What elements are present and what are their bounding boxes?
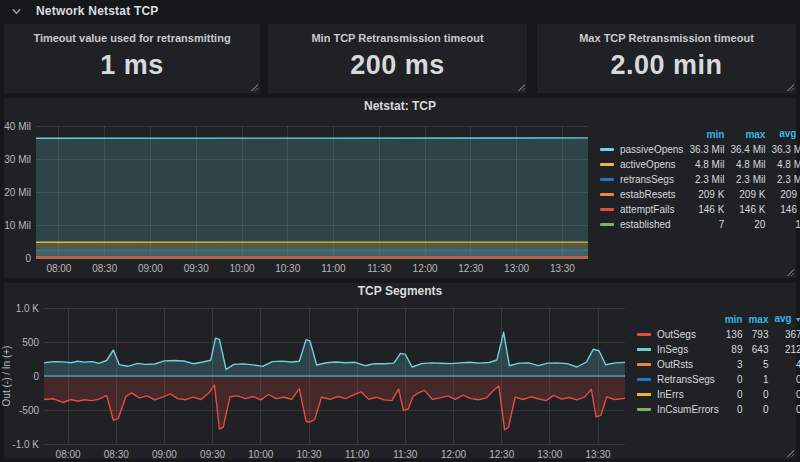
legend-row: estabResets209 K209 K209 K	[594, 187, 800, 202]
legend-column-avg[interactable]: avg▼	[768, 311, 800, 327]
series-color-icon	[600, 208, 614, 211]
legend-value-avg: 209 K	[765, 187, 800, 202]
legend-row: passiveOpens36.3 Mil36.4 Mil36.3 Mil	[594, 142, 800, 157]
legend-row: InCsumErrors000	[631, 402, 800, 417]
legend-value-avg: 146 K	[765, 202, 800, 217]
tcp-segments-legend: minmaxavg▼OutSegs136793367InSegs89643212…	[631, 299, 796, 459]
stat-panel-retransmit-timeout: Timeout value used for retransmitting 1 …	[4, 24, 260, 93]
legend-series-name[interactable]: activeOpens	[620, 159, 676, 170]
legend-value-max: 643	[742, 342, 768, 357]
sort-desc-icon: ▼	[795, 316, 800, 323]
panel-resize-handle[interactable]	[786, 83, 794, 91]
legend-value-min: 7	[683, 217, 724, 232]
series-color-icon	[600, 163, 614, 166]
legend-value-avg: 36.3 Mil	[765, 142, 800, 157]
series-color-icon	[600, 223, 614, 226]
legend-row: retransSegs2.3 Mil2.3 Mil2.3 Mil	[594, 172, 800, 187]
legend-row: established72013	[594, 217, 800, 232]
panel-resize-handle[interactable]	[517, 83, 525, 91]
svg-text:09:30: 09:30	[184, 263, 209, 274]
legend-value-avg: 0	[768, 387, 800, 402]
svg-text:10:00: 10:00	[248, 449, 273, 460]
legend-series-name[interactable]: attemptFails	[620, 204, 674, 215]
series-color-icon	[637, 363, 651, 366]
svg-text:1.0 K: 1.0 K	[16, 303, 40, 314]
legend-value-min: 0	[719, 387, 743, 402]
legend-row: activeOpens4.8 Mil4.8 Mil4.8 Mil	[594, 157, 800, 172]
legend-value-max: 793	[742, 327, 768, 342]
legend-value-avg: 0	[768, 402, 800, 417]
graph-panel-title[interactable]: TCP Segments	[4, 283, 796, 299]
netstat-tcp-plot[interactable]: 08:0008:3009:0009:3010:0010:3011:0011:30…	[4, 114, 594, 278]
svg-text:10:00: 10:00	[229, 263, 254, 274]
series-color-icon	[637, 393, 651, 396]
legend-value-max: 209 K	[724, 187, 765, 202]
legend-series-name[interactable]: retransSegs	[620, 174, 674, 185]
chevron-down-icon[interactable]	[10, 5, 22, 17]
svg-text:12:00: 12:00	[441, 449, 466, 460]
legend-value-max: 2.3 Mil	[724, 172, 765, 187]
legend-value-max: 36.4 Mil	[724, 142, 765, 157]
legend-series-name[interactable]: estabResets	[620, 189, 676, 200]
legend-row: InErrs000	[631, 387, 800, 402]
stat-panel-title[interactable]: Timeout value used for retransmitting	[33, 32, 230, 44]
legend-value-avg: 4.8 Mil	[765, 157, 800, 172]
svg-text:-1.0 K: -1.0 K	[12, 439, 39, 450]
graph-panel-title[interactable]: Netstat: TCP	[4, 98, 796, 114]
svg-text:12:00: 12:00	[413, 263, 438, 274]
panel-resize-handle[interactable]	[250, 83, 258, 91]
legend-series-name[interactable]: InCsumErrors	[657, 404, 719, 415]
panel-resize-handle[interactable]	[786, 268, 794, 276]
svg-text:13:30: 13:30	[585, 449, 610, 460]
svg-text:40 Mil: 40 Mil	[4, 121, 31, 132]
svg-text:10:30: 10:30	[296, 449, 321, 460]
stat-panel-min-retransmission-timeout: Min TCP Retransmission timeout 200 ms	[268, 24, 527, 93]
stat-panel-title[interactable]: Min TCP Retransmission timeout	[311, 32, 483, 44]
legend-series-name[interactable]: RetransSegs	[657, 374, 715, 385]
legend-header-row: minmaxavg▼	[631, 311, 800, 327]
legend-row: OutSegs136793367	[631, 327, 800, 342]
legend-value-min: 0	[719, 372, 743, 387]
svg-text:08:00: 08:00	[56, 449, 81, 460]
legend-series-name[interactable]: InSegs	[657, 344, 688, 355]
legend-row: attemptFails146 K146 K146 K	[594, 202, 800, 217]
legend-column-max[interactable]: max	[742, 311, 768, 327]
svg-text:20 Mil: 20 Mil	[4, 187, 31, 198]
legend-value-max: 0	[742, 387, 768, 402]
legend-value-min: 36.3 Mil	[683, 142, 724, 157]
svg-text:12:30: 12:30	[458, 263, 483, 274]
dashboard-row-header[interactable]: Network Netstat TCP	[0, 0, 800, 22]
svg-text:0: 0	[25, 253, 31, 264]
legend-column-avg[interactable]: avg▼	[765, 126, 800, 142]
legend-column-min[interactable]: min	[683, 126, 724, 142]
legend-column-max[interactable]: max	[724, 126, 765, 142]
legend-row: OutRsts354	[631, 357, 800, 372]
legend-series-name[interactable]: InErrs	[657, 389, 684, 400]
svg-text:11:30: 11:30	[367, 263, 392, 274]
legend-column-min[interactable]: min	[719, 311, 743, 327]
stat-panel-max-retransmission-timeout: Max TCP Retransmission timeout 2.00 min	[537, 24, 796, 93]
svg-text:08:30: 08:30	[92, 263, 117, 274]
svg-text:Out (-) / In (+): Out (-) / In (+)	[1, 346, 12, 407]
svg-text:08:00: 08:00	[46, 263, 71, 274]
svg-text:11:30: 11:30	[393, 449, 418, 460]
stat-panel-title[interactable]: Max TCP Retransmission timeout	[579, 32, 754, 44]
svg-text:09:30: 09:30	[200, 449, 225, 460]
tcp-segments-plot[interactable]: 08:0008:3009:0009:3010:0010:3011:0011:30…	[4, 299, 631, 459]
legend-value-avg: 367	[768, 327, 800, 342]
legend-value-avg: 4	[768, 357, 800, 372]
legend-value-avg: 212	[768, 342, 800, 357]
legend-series-name[interactable]: OutSegs	[657, 329, 696, 340]
row-title: Network Netstat TCP	[36, 4, 159, 18]
legend-series-name[interactable]: passiveOpens	[620, 144, 683, 155]
legend-value-max: 5	[742, 357, 768, 372]
legend-series-name[interactable]: OutRsts	[657, 359, 693, 370]
grafana-dashboard: Network Netstat TCP Timeout value used f…	[0, 0, 800, 462]
legend-value-max: 4.8 Mil	[724, 157, 765, 172]
series-color-icon	[600, 148, 614, 151]
stat-panel-value: 2.00 min	[610, 44, 722, 87]
legend-series-name[interactable]: established	[620, 219, 671, 230]
legend-value-min: 146 K	[683, 202, 724, 217]
svg-text:11:00: 11:00	[321, 263, 346, 274]
panel-resize-handle[interactable]	[786, 449, 794, 457]
